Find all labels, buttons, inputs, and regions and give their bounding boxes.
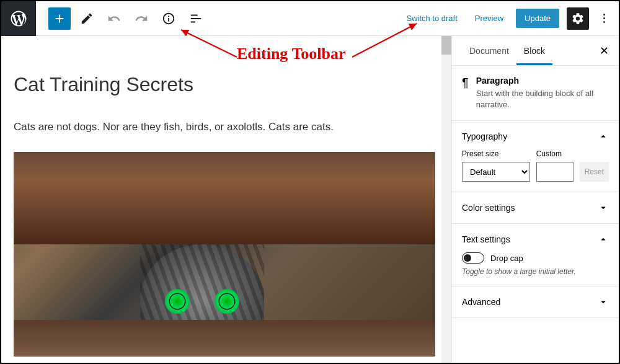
typography-header[interactable]: Typography [462,131,609,142]
info-icon [162,12,175,25]
redo-button[interactable] [130,7,153,30]
advanced-panel: Advanced [452,286,619,318]
chevron-up-icon [598,234,609,245]
redo-icon [135,12,148,25]
chevron-up-icon [598,131,609,142]
paragraph-icon: ¶ [462,76,469,110]
edit-mode-button[interactable] [76,7,98,30]
document-info-button[interactable] [157,7,180,30]
plus-icon [53,12,66,25]
tab-document[interactable]: Document [462,37,516,64]
undo-icon [107,12,121,25]
typography-panel: Typography Preset size Default Custom Re… [452,121,619,192]
editor-topbar: Switch to draft Preview Update [1,1,619,36]
block-info-panel: ¶ Paragraph Start with the building bloc… [452,66,619,121]
preset-size-select[interactable]: Default [462,162,530,182]
custom-size-label: Custom [536,149,574,158]
pencil-icon [80,12,94,25]
list-view-icon [189,12,203,25]
dropcap-hint: Toggle to show a large initial letter. [462,267,609,276]
toolbar-right-group: Switch to draft Preview Update [401,7,619,30]
undo-button[interactable] [103,7,125,30]
preview-button[interactable]: Preview [470,10,508,27]
reset-size-button[interactable]: Reset [580,162,609,182]
paragraph-block[interactable]: Cats are not dogs. Nor are they fish, bi… [14,121,427,133]
dropcap-label: Drop cap [490,254,523,263]
post-title[interactable]: Cat Training Secrets [14,73,427,96]
text-settings-header[interactable]: Text settings [462,234,609,245]
tab-block[interactable]: Block [516,37,552,64]
main-area: Cat Training Secrets Cats are not dogs. … [1,36,619,363]
scrollbar[interactable] [441,36,451,363]
block-name: Paragraph [476,76,609,86]
switch-to-draft-button[interactable]: Switch to draft [401,10,462,27]
custom-size-input[interactable] [536,162,574,182]
more-options-button[interactable] [596,7,611,30]
settings-sidebar: Document Block ✕ ¶ Paragraph Start with … [451,36,619,363]
editor-canvas[interactable]: Cat Training Secrets Cats are not dogs. … [1,36,451,363]
advanced-header[interactable]: Advanced [462,296,609,308]
toolbar-left-group [36,7,207,30]
color-settings-header[interactable]: Color settings [462,202,609,213]
dropcap-toggle[interactable] [462,252,484,264]
update-button[interactable]: Update [516,9,559,28]
close-sidebar-button[interactable]: ✕ [600,44,609,58]
text-settings-panel: Text settings Drop cap Toggle to show a … [452,224,619,286]
sidebar-tabs: Document Block ✕ [452,36,619,66]
add-block-button[interactable] [48,7,71,30]
dot-icon [603,14,605,16]
chevron-down-icon [598,296,609,308]
settings-button[interactable] [567,7,589,30]
block-navigation-button[interactable] [185,7,207,30]
color-settings-panel: Color settings [452,192,619,224]
image-block[interactable] [14,152,435,357]
preset-size-label: Preset size [462,149,530,158]
block-description: Start with the building block of all nar… [476,88,609,110]
chevron-down-icon [598,202,609,213]
gear-icon [571,12,585,25]
wordpress-logo[interactable] [1,1,36,36]
